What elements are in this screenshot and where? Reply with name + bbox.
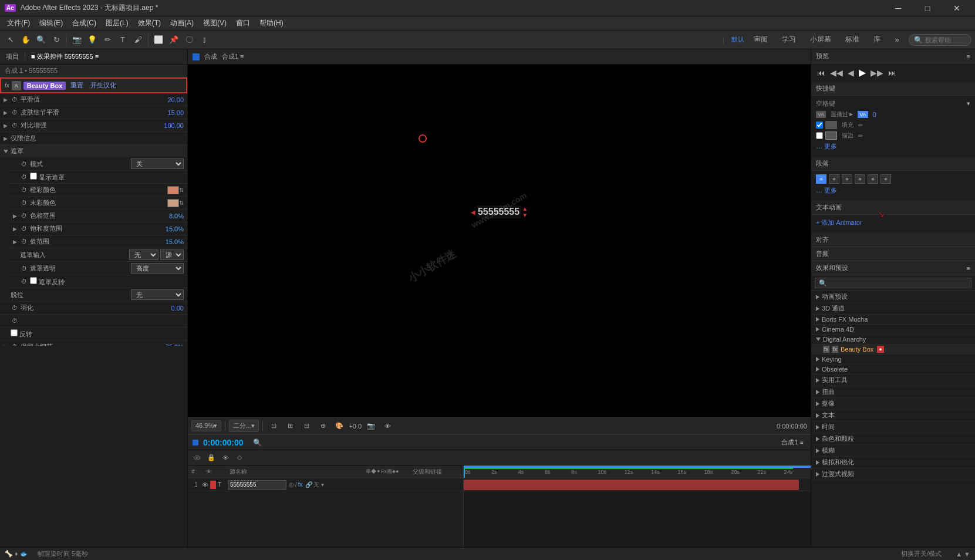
- switch-solo[interactable]: ◎: [289, 481, 294, 488]
- minimize-button[interactable]: ─: [885, 0, 912, 16]
- search-input[interactable]: [925, 36, 966, 43]
- vc-show-btn[interactable]: 👁: [380, 419, 394, 433]
- anim-icon-timer[interactable]: ⏱: [11, 317, 19, 325]
- pb-next[interactable]: ▶▶: [869, 67, 885, 79]
- cat-transition[interactable]: 过渡式视频: [811, 468, 975, 480]
- toolbar-rotate[interactable]: ↻: [49, 33, 63, 47]
- swatch-skin-color[interactable]: [167, 186, 179, 194]
- cat-boris-mocha[interactable]: Boris FX Mocha: [811, 315, 975, 325]
- rp-effects-menu[interactable]: ≡: [967, 265, 970, 272]
- value-feather[interactable]: 0.00: [171, 305, 184, 312]
- align-left-btn[interactable]: ≡: [816, 174, 826, 184]
- anim-icon-show-mask[interactable]: ⏱: [20, 173, 28, 181]
- viewport[interactable]: ◀ 55555555 ▲ ▼ 小小软件迷 www.xxrjm.com: [188, 65, 811, 417]
- track-bar-1[interactable]: [464, 480, 799, 490]
- workspace-learn[interactable]: 学习: [777, 33, 801, 46]
- anim-icon-smoothness[interactable]: ⏱: [11, 96, 19, 104]
- more1-link[interactable]: … 更多: [816, 142, 837, 151]
- anim-icon-mask-opacity[interactable]: ⏱: [20, 264, 28, 272]
- stroke-edit-icon[interactable]: ✏: [858, 133, 863, 139]
- dropdown-mask-input-1[interactable]: 无: [129, 249, 158, 260]
- mask-expand-icon[interactable]: [4, 150, 8, 153]
- menu-edit[interactable]: 编辑(E): [35, 17, 68, 29]
- rp-effects-header[interactable]: 效果和预设 ≡: [811, 261, 975, 275]
- anim-icon-hue[interactable]: ⏱: [20, 212, 28, 220]
- maximize-button[interactable]: □: [914, 0, 941, 16]
- align-right-btn[interactable]: ≡: [842, 174, 852, 184]
- parent-dropdown-icon[interactable]: ▾: [321, 481, 324, 488]
- dropdown-mask-input-2[interactable]: 源: [160, 249, 184, 260]
- chinese-button[interactable]: 开生汉化: [88, 80, 119, 90]
- value-hue-range[interactable]: 8.0%: [169, 212, 184, 220]
- pb-play[interactable]: ▶: [858, 66, 867, 79]
- toolbar-hand[interactable]: ✋: [19, 33, 33, 47]
- anim-icon-sat[interactable]: ⏱: [20, 225, 28, 233]
- toolbar-align[interactable]: ⫿: [197, 33, 211, 47]
- tl-hide-btn[interactable]: 👁: [220, 452, 231, 464]
- anim-icon-skin-color[interactable]: ⏱: [20, 186, 28, 194]
- cat-animation-presets[interactable]: 动画预设: [811, 291, 975, 303]
- shortcut-expand[interactable]: ▾: [967, 100, 970, 107]
- workspace-standard[interactable]: 标准: [841, 33, 864, 46]
- expand-value-range[interactable]: ▶: [13, 239, 20, 245]
- resolution-btn[interactable]: 二分...▾: [229, 420, 259, 432]
- cat-sim-sharpen[interactable]: 模拟和锐化: [811, 457, 975, 468]
- value-skin-detail[interactable]: 15.00: [167, 109, 184, 116]
- toolbar-camera[interactable]: 📷: [70, 33, 84, 47]
- cat-cinema4d[interactable]: Cinema 4D: [811, 325, 975, 335]
- vc-channels-btn[interactable]: ⊕: [316, 419, 330, 433]
- layer-name-input-1[interactable]: [228, 480, 286, 490]
- expand-smoothness[interactable]: ▶: [4, 97, 11, 103]
- toolbar-pin[interactable]: 📌: [167, 33, 181, 47]
- anim-icon-mask-invert[interactable]: ⏱: [20, 278, 28, 286]
- toolbar-brush[interactable]: 🖌: [131, 33, 145, 47]
- cat-obsolete[interactable]: Obsolete: [811, 365, 975, 375]
- menu-layer[interactable]: 图层(L): [101, 17, 133, 29]
- workspace-default[interactable]: 默认: [731, 35, 744, 44]
- effects-search-input[interactable]: [815, 278, 971, 288]
- anim-icon-skin[interactable]: ⏱: [11, 109, 19, 117]
- nonskin-color-picker-icon[interactable]: ⇅: [179, 200, 184, 206]
- toolbar-roto[interactable]: 〇: [182, 33, 196, 47]
- toolbar-zoom-tool[interactable]: 🔍: [34, 33, 48, 47]
- expand-only-info[interactable]: ▶: [4, 136, 11, 141]
- expand-detail[interactable]: ▶: [4, 344, 11, 346]
- close-button[interactable]: ✕: [943, 0, 970, 16]
- cat-noise[interactable]: 杂色和颗粒: [811, 433, 975, 445]
- cat-time[interactable]: 时间: [811, 421, 975, 433]
- toolbar-text[interactable]: T: [116, 33, 130, 47]
- playhead[interactable]: [464, 465, 465, 478]
- cat-utility[interactable]: 实用工具: [811, 375, 975, 386]
- value-contrast[interactable]: 100.00: [164, 122, 184, 129]
- tl-quality-btn[interactable]: ◇: [234, 452, 245, 464]
- pb-prev-frame[interactable]: ◀◀: [829, 67, 844, 79]
- menu-effect[interactable]: 效果(T): [133, 17, 166, 29]
- align-justify-btn[interactable]: ≡: [855, 174, 865, 184]
- color-picker-icon[interactable]: ⇅: [179, 187, 184, 193]
- reset-button[interactable]: 重置: [68, 80, 86, 90]
- value-sat-range[interactable]: 15.0%: [166, 225, 184, 232]
- pb-last[interactable]: ⏭: [887, 67, 898, 79]
- menu-composition[interactable]: 合成(C): [68, 17, 101, 29]
- rp-preview-menu[interactable]: ≡: [967, 53, 970, 60]
- vc-grid-btn[interactable]: ⊟: [299, 419, 313, 433]
- cat-digital-anarchy[interactable]: Digital Anarchy: [811, 335, 975, 345]
- checkbox-mask-invert[interactable]: [30, 277, 37, 284]
- add-animator-btn[interactable]: + 添加 Animator: [816, 218, 862, 227]
- align-center-btn[interactable]: ≡: [829, 174, 839, 184]
- vc-color-btn[interactable]: 🎨: [332, 419, 346, 433]
- toolbar-light[interactable]: 💡: [85, 33, 99, 47]
- zoom-level-btn[interactable]: 46.9%▾: [191, 420, 221, 431]
- layer-eye-1[interactable]: 👁: [202, 481, 210, 488]
- expand-sat-range[interactable]: ▶: [13, 226, 20, 232]
- expand-skin-detail[interactable]: ▶: [4, 110, 11, 116]
- align-justify-last-btn[interactable]: ≡: [868, 174, 878, 184]
- anim-icon-value[interactable]: ⏱: [20, 238, 28, 246]
- tab-effect-controls[interactable]: ■ 效果控件 55555555 ≡: [25, 50, 104, 63]
- rp-shortcuts-header[interactable]: 快捷键: [811, 82, 975, 96]
- value-smoothness[interactable]: 20.00: [167, 96, 184, 103]
- fill-checkbox[interactable]: [816, 122, 823, 129]
- anim-icon-feather[interactable]: ⏱: [11, 304, 19, 312]
- anim-icon-detail[interactable]: ⏱: [11, 343, 19, 346]
- align-force-btn[interactable]: ≡: [880, 174, 891, 184]
